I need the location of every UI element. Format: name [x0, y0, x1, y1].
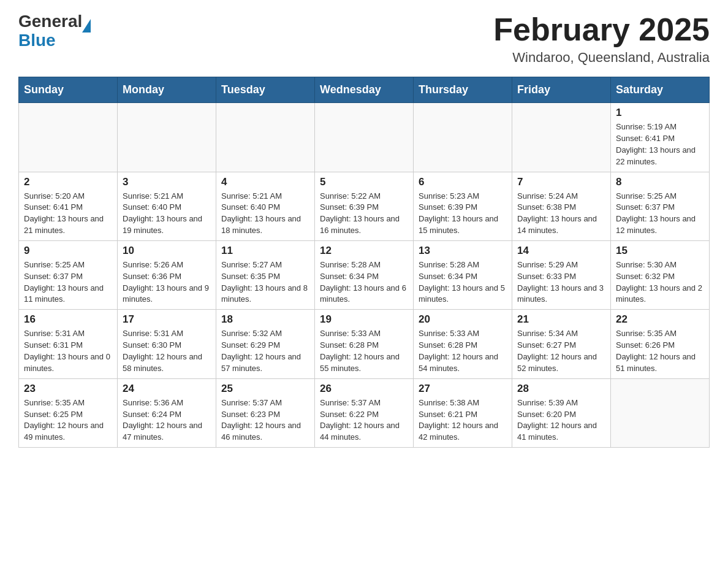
day-number: 20 — [419, 313, 507, 326]
day-info: Sunrise: 5:34 AM Sunset: 6:27 PM Dayligh… — [517, 328, 605, 374]
calendar-cell: 22Sunrise: 5:35 AM Sunset: 6:26 PM Dayli… — [611, 310, 710, 378]
day-info: Sunrise: 5:31 AM Sunset: 6:31 PM Dayligh… — [24, 328, 112, 374]
calendar-cell: 27Sunrise: 5:38 AM Sunset: 6:21 PM Dayli… — [414, 378, 512, 447]
calendar-cell: 10Sunrise: 5:26 AM Sunset: 6:36 PM Dayli… — [118, 240, 216, 309]
cell-content: 6Sunrise: 5:23 AM Sunset: 6:39 PM Daylig… — [419, 176, 507, 237]
cell-content: 17Sunrise: 5:31 AM Sunset: 6:30 PM Dayli… — [123, 313, 211, 374]
header-saturday: Saturday — [611, 77, 710, 103]
day-info: Sunrise: 5:33 AM Sunset: 6:28 PM Dayligh… — [419, 328, 507, 374]
day-number: 23 — [24, 383, 112, 395]
calendar-cell: 9Sunrise: 5:25 AM Sunset: 6:37 PM Daylig… — [19, 240, 118, 309]
calendar-cell — [315, 103, 414, 172]
day-info: Sunrise: 5:24 AM Sunset: 6:38 PM Dayligh… — [517, 191, 605, 237]
header-monday: Monday — [118, 77, 216, 103]
day-number: 5 — [320, 176, 408, 188]
day-info: Sunrise: 5:25 AM Sunset: 6:37 PM Dayligh… — [24, 259, 112, 305]
day-info: Sunrise: 5:31 AM Sunset: 6:30 PM Dayligh… — [123, 328, 211, 374]
cell-content: 1Sunrise: 5:19 AM Sunset: 6:41 PM Daylig… — [616, 107, 704, 167]
cell-content: 20Sunrise: 5:33 AM Sunset: 6:28 PM Dayli… — [419, 313, 507, 374]
cell-content: 7Sunrise: 5:24 AM Sunset: 6:38 PM Daylig… — [517, 176, 605, 237]
calendar-cell: 16Sunrise: 5:31 AM Sunset: 6:31 PM Dayli… — [19, 310, 118, 378]
cell-content: 14Sunrise: 5:29 AM Sunset: 6:33 PM Dayli… — [517, 245, 605, 305]
cell-content: 26Sunrise: 5:37 AM Sunset: 6:22 PM Dayli… — [320, 383, 408, 443]
day-info: Sunrise: 5:32 AM Sunset: 6:29 PM Dayligh… — [221, 328, 309, 374]
title-block: February 2025 Windaroo, Queensland, Aust… — [493, 12, 710, 66]
cell-content: 4Sunrise: 5:21 AM Sunset: 6:40 PM Daylig… — [221, 176, 309, 237]
calendar-cell: 28Sunrise: 5:39 AM Sunset: 6:20 PM Dayli… — [512, 378, 611, 447]
day-info: Sunrise: 5:35 AM Sunset: 6:26 PM Dayligh… — [616, 328, 704, 374]
calendar-cell: 2Sunrise: 5:20 AM Sunset: 6:41 PM Daylig… — [19, 172, 118, 240]
cell-content: 13Sunrise: 5:28 AM Sunset: 6:34 PM Dayli… — [419, 245, 507, 305]
calendar-cell: 21Sunrise: 5:34 AM Sunset: 6:27 PM Dayli… — [512, 310, 611, 378]
day-info: Sunrise: 5:27 AM Sunset: 6:35 PM Dayligh… — [221, 259, 309, 305]
day-info: Sunrise: 5:21 AM Sunset: 6:40 PM Dayligh… — [221, 191, 309, 237]
header-sunday: Sunday — [19, 77, 118, 103]
day-number: 22 — [616, 313, 704, 326]
day-number: 21 — [517, 313, 605, 326]
cell-content: 23Sunrise: 5:35 AM Sunset: 6:25 PM Dayli… — [24, 383, 112, 443]
calendar-cell: 13Sunrise: 5:28 AM Sunset: 6:34 PM Dayli… — [414, 240, 512, 309]
calendar-cell: 3Sunrise: 5:21 AM Sunset: 6:40 PM Daylig… — [118, 172, 216, 240]
page-header: General Blue February 2025 Windaroo, Que… — [18, 12, 710, 66]
day-number: 16 — [24, 313, 112, 326]
cell-content: 2Sunrise: 5:20 AM Sunset: 6:41 PM Daylig… — [24, 176, 112, 237]
day-number: 26 — [320, 383, 408, 395]
calendar-cell: 4Sunrise: 5:21 AM Sunset: 6:40 PM Daylig… — [216, 172, 315, 240]
day-number: 25 — [221, 383, 309, 395]
day-number: 3 — [123, 176, 211, 188]
week-row-1: 1Sunrise: 5:19 AM Sunset: 6:41 PM Daylig… — [19, 103, 710, 172]
day-number: 19 — [320, 313, 408, 326]
day-info: Sunrise: 5:37 AM Sunset: 6:23 PM Dayligh… — [221, 397, 309, 443]
day-info: Sunrise: 5:28 AM Sunset: 6:34 PM Dayligh… — [320, 259, 408, 305]
header-tuesday: Tuesday — [216, 77, 315, 103]
day-number: 9 — [24, 245, 112, 257]
cell-content: 24Sunrise: 5:36 AM Sunset: 6:24 PM Dayli… — [123, 383, 211, 443]
calendar-cell: 26Sunrise: 5:37 AM Sunset: 6:22 PM Dayli… — [315, 378, 414, 447]
day-number: 6 — [419, 176, 507, 188]
cell-content: 19Sunrise: 5:33 AM Sunset: 6:28 PM Dayli… — [320, 313, 408, 374]
header-wednesday: Wednesday — [315, 77, 414, 103]
day-info: Sunrise: 5:37 AM Sunset: 6:22 PM Dayligh… — [320, 397, 408, 443]
day-number: 15 — [616, 245, 704, 257]
cell-content: 3Sunrise: 5:21 AM Sunset: 6:40 PM Daylig… — [123, 176, 211, 237]
day-info: Sunrise: 5:26 AM Sunset: 6:36 PM Dayligh… — [123, 259, 211, 305]
day-number: 24 — [123, 383, 211, 395]
day-number: 4 — [221, 176, 309, 188]
cell-content: 18Sunrise: 5:32 AM Sunset: 6:29 PM Dayli… — [221, 313, 309, 374]
calendar-cell: 14Sunrise: 5:29 AM Sunset: 6:33 PM Dayli… — [512, 240, 611, 309]
day-info: Sunrise: 5:19 AM Sunset: 6:41 PM Dayligh… — [616, 121, 704, 167]
header-friday: Friday — [512, 77, 611, 103]
calendar-cell: 8Sunrise: 5:25 AM Sunset: 6:37 PM Daylig… — [611, 172, 710, 240]
calendar-cell: 25Sunrise: 5:37 AM Sunset: 6:23 PM Dayli… — [216, 378, 315, 447]
calendar-cell — [611, 378, 710, 447]
calendar-title: February 2025 — [493, 12, 710, 47]
day-number: 18 — [221, 313, 309, 326]
calendar-cell — [19, 103, 118, 172]
logo: General Blue — [18, 12, 91, 50]
cell-content: 21Sunrise: 5:34 AM Sunset: 6:27 PM Dayli… — [517, 313, 605, 374]
calendar-cell: 20Sunrise: 5:33 AM Sunset: 6:28 PM Dayli… — [414, 310, 512, 378]
calendar-cell: 7Sunrise: 5:24 AM Sunset: 6:38 PM Daylig… — [512, 172, 611, 240]
cell-content: 22Sunrise: 5:35 AM Sunset: 6:26 PM Dayli… — [616, 313, 704, 374]
week-row-5: 23Sunrise: 5:35 AM Sunset: 6:25 PM Dayli… — [19, 378, 710, 447]
day-info: Sunrise: 5:25 AM Sunset: 6:37 PM Dayligh… — [616, 191, 704, 237]
day-info: Sunrise: 5:33 AM Sunset: 6:28 PM Dayligh… — [320, 328, 408, 374]
calendar-cell: 23Sunrise: 5:35 AM Sunset: 6:25 PM Dayli… — [19, 378, 118, 447]
calendar-cell: 6Sunrise: 5:23 AM Sunset: 6:39 PM Daylig… — [414, 172, 512, 240]
day-number: 12 — [320, 245, 408, 257]
cell-content: 5Sunrise: 5:22 AM Sunset: 6:39 PM Daylig… — [320, 176, 408, 237]
cell-content: 12Sunrise: 5:28 AM Sunset: 6:34 PM Dayli… — [320, 245, 408, 305]
day-info: Sunrise: 5:29 AM Sunset: 6:33 PM Dayligh… — [517, 259, 605, 305]
day-number: 10 — [123, 245, 211, 257]
day-info: Sunrise: 5:23 AM Sunset: 6:39 PM Dayligh… — [419, 191, 507, 237]
cell-content: 27Sunrise: 5:38 AM Sunset: 6:21 PM Dayli… — [419, 383, 507, 443]
day-number: 8 — [616, 176, 704, 188]
cell-content: 11Sunrise: 5:27 AM Sunset: 6:35 PM Dayli… — [221, 245, 309, 305]
logo-blue-text: Blue — [18, 31, 56, 50]
calendar-cell: 1Sunrise: 5:19 AM Sunset: 6:41 PM Daylig… — [611, 103, 710, 172]
calendar-cell: 15Sunrise: 5:30 AM Sunset: 6:32 PM Dayli… — [611, 240, 710, 309]
day-info: Sunrise: 5:21 AM Sunset: 6:40 PM Dayligh… — [123, 191, 211, 237]
calendar-cell: 17Sunrise: 5:31 AM Sunset: 6:30 PM Dayli… — [118, 310, 216, 378]
cell-content: 16Sunrise: 5:31 AM Sunset: 6:31 PM Dayli… — [24, 313, 112, 374]
day-number: 27 — [419, 383, 507, 395]
